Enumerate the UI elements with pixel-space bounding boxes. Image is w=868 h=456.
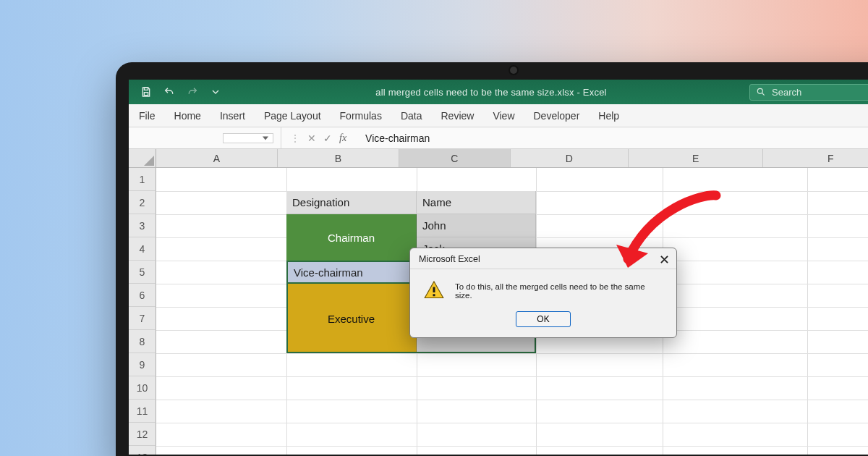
save-icon[interactable] xyxy=(139,85,153,99)
row-7[interactable]: 7 xyxy=(129,307,156,330)
col-D[interactable]: D xyxy=(511,149,629,167)
row-4[interactable]: 4 xyxy=(129,237,156,261)
close-icon[interactable] xyxy=(658,253,671,266)
row-10[interactable]: 10 xyxy=(129,376,156,400)
tab-page-layout[interactable]: Page Layout xyxy=(264,110,321,122)
cell-B3-B4-merged[interactable]: Chairman xyxy=(286,214,417,261)
col-B[interactable]: B xyxy=(278,149,399,167)
search-input[interactable]: Search xyxy=(749,84,868,101)
cancel-icon[interactable]: ✕ xyxy=(307,132,316,144)
col-F[interactable]: F xyxy=(763,149,868,167)
ok-button[interactable]: OK xyxy=(516,311,570,327)
qat-dropdown-icon[interactable] xyxy=(208,85,223,99)
ribbon-tabs: File Home Insert Page Layout Formulas Da… xyxy=(129,104,868,127)
tab-formulas[interactable]: Formulas xyxy=(340,110,382,122)
row-headers[interactable]: 1 2 3 4 5 6 7 8 9 10 11 12 13 xyxy=(129,168,156,455)
fx-icon[interactable]: fx xyxy=(339,132,346,144)
col-A[interactable]: A xyxy=(156,149,278,167)
redo-icon[interactable] xyxy=(185,85,200,99)
tab-home[interactable]: Home xyxy=(174,110,201,122)
tab-review[interactable]: Review xyxy=(441,110,475,122)
tab-file[interactable]: File xyxy=(139,110,156,122)
quick-access-toolbar xyxy=(129,85,233,99)
row-11[interactable]: 11 xyxy=(129,400,156,423)
dialog-titlebar: Microsoft Excel xyxy=(410,248,676,269)
window-title: all merged cells need to be the same siz… xyxy=(233,87,749,98)
tab-help[interactable]: Help xyxy=(598,110,619,122)
column-headers[interactable]: A B C D E F xyxy=(156,149,868,168)
row-5[interactable]: 5 xyxy=(129,261,156,284)
dialog-title: Microsoft Excel xyxy=(419,254,480,264)
row-2[interactable]: 2 xyxy=(129,191,156,214)
name-box-wrap xyxy=(129,133,281,143)
enter-icon[interactable]: ✓ xyxy=(323,132,332,144)
row-1[interactable]: 1 xyxy=(129,168,156,191)
undo-icon[interactable] xyxy=(162,85,176,99)
row-8[interactable]: 8 xyxy=(129,330,156,353)
laptop-camera xyxy=(510,67,517,74)
formula-content[interactable]: Vice-chairman xyxy=(355,132,440,144)
warning-icon xyxy=(423,279,445,301)
row-3[interactable]: 3 xyxy=(129,214,156,237)
dialog-message: To do this, all the merged cells need to… xyxy=(455,279,663,300)
error-dialog: Microsoft Excel To do this, all the merg… xyxy=(409,248,677,338)
row-13[interactable]: 13 xyxy=(129,446,156,456)
svg-rect-4 xyxy=(433,294,435,296)
tab-view[interactable]: View xyxy=(493,110,514,122)
row-9[interactable]: 9 xyxy=(129,353,156,376)
formula-controls: ⋮ ✕ ✓ fx xyxy=(281,127,355,148)
select-all-corner[interactable] xyxy=(129,149,156,168)
tab-data[interactable]: Data xyxy=(401,110,422,122)
row-6[interactable]: 6 xyxy=(129,284,156,307)
search-placeholder: Search xyxy=(772,87,801,98)
cell-B5[interactable]: Vice-chairman xyxy=(286,261,417,284)
svg-point-2 xyxy=(757,88,762,93)
cell-C3[interactable]: John xyxy=(417,214,536,237)
svg-rect-0 xyxy=(144,88,148,90)
name-box[interactable] xyxy=(223,133,273,143)
col-C[interactable]: C xyxy=(399,149,511,167)
tab-insert[interactable]: Insert xyxy=(220,110,245,122)
cell-B2[interactable]: Designation xyxy=(286,191,417,214)
tab-developer[interactable]: Developer xyxy=(534,110,580,122)
titlebar: all merged cells need to be the same siz… xyxy=(129,80,868,104)
cell-C2[interactable]: Name xyxy=(417,191,536,214)
row-12[interactable]: 12 xyxy=(129,423,156,446)
cell-B6-B8-merged[interactable]: Executive xyxy=(286,284,417,353)
svg-rect-3 xyxy=(433,287,435,293)
svg-rect-1 xyxy=(144,93,148,96)
col-E[interactable]: E xyxy=(629,149,764,167)
formula-bar: ⋮ ✕ ✓ fx Vice-chairman xyxy=(129,127,868,149)
